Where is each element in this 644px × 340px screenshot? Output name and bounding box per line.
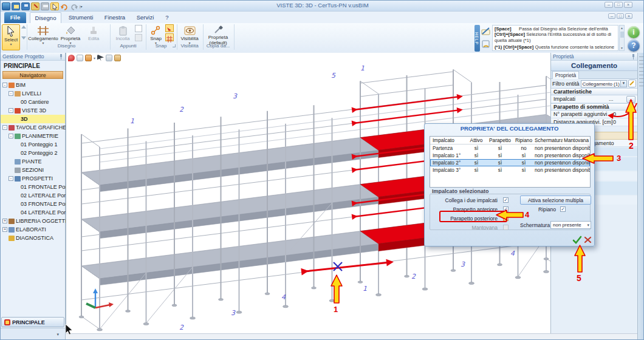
tree-item-libreria[interactable]: +LIBRERIA OGGETTI BIM (1, 217, 65, 225)
scroll-down-icon[interactable]: ▼ (620, 46, 624, 50)
shortcut-keys-icon[interactable] (481, 26, 491, 36)
restore-button[interactable]: □ (614, 2, 623, 8)
undo-icon[interactable] (60, 2, 69, 10)
tree-item-viste-3d[interactable]: -VISTE 3D (1, 106, 65, 115)
tree-item-3d[interactable]: 3D (1, 115, 65, 123)
save-icon[interactable] (21, 2, 30, 10)
tree-item-tavole-grafiche[interactable]: -TAVOLE GRAFICHE (1, 123, 65, 132)
expand-icon[interactable]: + (2, 219, 7, 223)
section-caratteristiche[interactable]: Caratteristiche (551, 88, 637, 95)
select-scroll-down-icon[interactable] (21, 36, 26, 39)
tree-item-piante[interactable]: PIANTE (1, 157, 65, 166)
principale-footer-button[interactable]: PRINCIPALE (1, 317, 64, 327)
bay-number: 3 (231, 309, 235, 317)
navigator-header[interactable]: Navigatore (2, 71, 63, 79)
tree-item-ponteggio-2[interactable]: 02 Ponteggio 2 (1, 149, 65, 157)
tree-item-prospetti[interactable]: -PROSPETTI (1, 174, 65, 183)
edit-filter-icon[interactable] (628, 80, 636, 87)
section-parapetto-sommita[interactable]: Parapetto di sommità (551, 103, 637, 110)
browse-button[interactable]: ... (626, 96, 635, 103)
property-row-parapetti-aggiuntivi[interactable]: N° parapetti aggiuntivi 0 (551, 110, 637, 118)
tree-item-elaborati[interactable]: +ELABORATI (1, 225, 65, 234)
tree-item-frontale-2[interactable]: 03 FRONTALE Ponteggio 2 (1, 200, 65, 208)
tree-item-ponteggio-1[interactable]: 01 Ponteggio 1 (1, 140, 65, 149)
tab-help[interactable]: ? (162, 12, 172, 23)
tree-item-livelli[interactable]: -LIVELLI (1, 89, 65, 98)
tree-item-sezioni[interactable]: SEZIONI (1, 166, 65, 174)
pin-icon[interactable] (631, 54, 635, 59)
expand-icon[interactable]: - (2, 125, 7, 130)
confirm-icon[interactable] (572, 236, 582, 244)
select-cursor-icon[interactable] (50, 2, 59, 10)
tab-strumenti[interactable]: Strumenti (64, 12, 98, 23)
scroll-up-icon[interactable]: ▲ (620, 25, 624, 30)
footer-dropdown-icon[interactable]: ▾ (57, 332, 59, 337)
entity-filter-select[interactable]: Collegamento (1) ▼ (581, 80, 627, 87)
select-scroll-up-icon[interactable] (21, 25, 26, 29)
property-row-impalcati[interactable]: Impalcati ... ... (551, 95, 637, 103)
elevations-icon (15, 176, 21, 182)
tree-item-laterale-2[interactable]: 04 LATERALE Ponteggio 2 (1, 208, 65, 217)
expand-icon[interactable]: - (9, 91, 13, 96)
tree-item-diagnostica[interactable]: DIAGNOSTICA (1, 234, 65, 242)
collega-checkbox[interactable] (503, 197, 509, 203)
collegamento-button[interactable]: Collegamento ▾ (29, 24, 58, 45)
minimize-button[interactable]: – (605, 2, 613, 8)
table-row[interactable]: Partenzasìsìnonon presentenon disponibil… (430, 144, 590, 152)
snap-toggle-grid-icon[interactable] (165, 33, 174, 41)
cancel-icon[interactable] (584, 236, 592, 243)
help-tab[interactable]: HELP (474, 25, 480, 52)
tab-proprieta[interactable]: Proprietà (552, 71, 579, 79)
doc-close-button[interactable]: × (625, 13, 632, 19)
proprieta-default-button[interactable]: Proprietà(default) (205, 24, 231, 46)
pin-icon[interactable] (59, 54, 63, 59)
tree-item-laterale-1[interactable]: 02 LATERALE Ponteggio 1 (1, 191, 65, 200)
expand-icon[interactable]: - (9, 108, 13, 113)
tree-item-frontale-1[interactable]: 01 FRONTALE Ponteggio 1 (1, 183, 65, 191)
scroll-thumb[interactable] (620, 32, 624, 38)
table-row[interactable]: Impalcato 1°sìsìsìnon presentenon dispon… (430, 152, 590, 159)
expand-icon[interactable]: - (2, 83, 7, 87)
ripiano-checkbox[interactable] (560, 206, 566, 212)
proprieta-collegamento-dialog: PROPRIETA' DEL COLLEGAMENTO ImpalcatoAtt… (424, 123, 595, 246)
tab-servizi[interactable]: Servizi (132, 12, 159, 23)
docked-panel-strip[interactable] (637, 53, 644, 340)
help-book-icon[interactable] (481, 39, 491, 49)
help-scrollbar[interactable]: ▲ ▼ (619, 25, 625, 51)
snap-dialog-launcher-icon[interactable] (173, 44, 176, 47)
visibilita-button[interactable]: Visibilità ▾ (179, 24, 200, 45)
expand-icon[interactable]: + (2, 227, 7, 232)
group-label-appunti: Appunti (112, 43, 144, 49)
snap-button[interactable]: Snap ▾ (148, 24, 164, 45)
redo-icon[interactable] (70, 2, 78, 10)
doc-restore-button[interactable]: □ (617, 13, 624, 19)
copy-icon[interactable] (135, 25, 142, 32)
proprieta-button[interactable]: Proprietà ▾ (60, 24, 81, 45)
select-dropdown-icon[interactable]: ▾ (10, 43, 12, 46)
expand-icon[interactable]: - (9, 134, 13, 138)
help-button[interactable]: ? (628, 39, 640, 52)
tab-finestra[interactable]: Finestra (100, 12, 129, 23)
dialog-title: PROPRIETA' DEL COLLEGAMENTO (425, 124, 594, 132)
attiva-selezione-multipla-button[interactable]: Attiva selezione multipla (520, 195, 591, 205)
tree-item-cantiere[interactable]: 00 Cantiere (1, 98, 65, 106)
chevron-down-icon[interactable]: ▼ (620, 81, 626, 87)
app-icon[interactable] (2, 2, 10, 10)
doc-minimize-button[interactable]: – (608, 13, 615, 19)
print-icon[interactable] (41, 2, 49, 10)
tab-disegno[interactable]: Disegno (30, 12, 61, 23)
close-button[interactable]: × (624, 2, 632, 8)
table-row-selected[interactable]: Impalcato 2°sìsìsìnon presentenon dispon… (430, 159, 590, 166)
tree-item-bim[interactable]: -BIM (1, 81, 65, 89)
tree-item-planimetrie[interactable]: -PLANIMETRIE (1, 132, 65, 140)
info-button[interactable]: i (628, 26, 640, 38)
expand-icon[interactable]: - (9, 176, 13, 181)
snap-toggle-cursor-icon[interactable] (165, 24, 174, 32)
save-as-icon[interactable] (12, 2, 20, 10)
table-row[interactable]: Impalcato 3°sìsìsìnon presentenon dispon… (430, 166, 590, 174)
tab-file[interactable]: File (4, 12, 26, 23)
schermatura-select[interactable]: non presente (550, 221, 591, 229)
close-document-icon[interactable] (31, 2, 39, 10)
qat-customize-icon[interactable]: |▾ (80, 4, 83, 8)
select-button[interactable]: Select ▾ (2, 24, 20, 50)
